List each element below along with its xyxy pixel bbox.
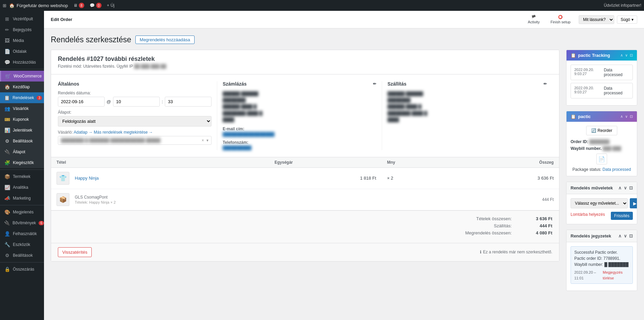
sidebar-item-marketing[interactable]: 📣 Marketing: [0, 193, 44, 204]
package-status-link[interactable]: Data processed: [602, 167, 631, 172]
shipping-section: Szállítás ✏ ██████ ██████ ████████ █████…: [387, 81, 552, 150]
order-actions-controls[interactable]: ∧ ∨ ⊡: [618, 185, 633, 190]
tracking-status-2: Data processed: [604, 86, 629, 95]
notes-down-icon[interactable]: ∨: [624, 233, 627, 238]
updates-item[interactable]: 🖥 8: [73, 3, 84, 8]
hour-input[interactable]: [113, 97, 160, 107]
billing-address: ██████ ██████ ████████ ██████ ████ █ ███…: [223, 91, 376, 123]
actions-down-icon[interactable]: ∨: [624, 185, 627, 190]
sidebar-item-allapot[interactable]: 🔌 Állapot: [0, 146, 44, 157]
general-section: Általános Rendelés dátuma: @ :: [58, 81, 217, 150]
reorder-icon: 🔄: [591, 128, 596, 133]
shipping-address: ██████ ██████ ████████ ██████ ████ █ ███…: [387, 91, 547, 123]
action-select[interactable]: Válassz egy műveletet...: [571, 198, 628, 208]
sidebar-item-beallitasok[interactable]: ⚙ Beállítások: [0, 136, 44, 146]
clear-customer-icon[interactable]: ×: [202, 138, 204, 143]
sidebar-label: Felhasználók: [13, 231, 37, 236]
sidebar-item-vasarlok[interactable]: 👥 Vásárlók: [0, 103, 44, 114]
sidebar-label: Bejegyzés: [13, 27, 31, 32]
customer-select[interactable]: ████████ █ ███████ ████████████ █████ × …: [58, 136, 212, 145]
sidebar-item-bovitmenyek[interactable]: 🔌 Bővítmények 6: [0, 218, 44, 228]
chevron-customer-icon[interactable]: ▾: [206, 138, 208, 143]
pactic-tracking-controls[interactable]: ∧ ∨ ⊡: [620, 53, 633, 58]
add-order-button[interactable]: Megrendelés hozzáadása: [135, 36, 195, 44]
trash-link[interactable]: Lomtárba helyezés: [571, 212, 605, 217]
sidebar-item-analitika[interactable]: 📈 Analitika: [0, 182, 44, 193]
delete-note-link[interactable]: Megjegyzés törlése: [603, 270, 629, 281]
order-notes-header: Rendelés jegyzetek ∧ ∨ ⊡: [567, 230, 637, 242]
sidebar-item-megjelenes[interactable]: 🎨 Megjelenés: [0, 207, 44, 218]
plugins-badge: 6: [39, 221, 44, 225]
sugo-button[interactable]: Súgó ▾: [617, 16, 637, 24]
pactic-up-icon[interactable]: ∧: [620, 114, 623, 119]
shipping-total-value: 444 Ft: [525, 223, 552, 228]
mit-lassunk-select[interactable]: Mit lássunk?: [579, 15, 614, 24]
sidebar-item-media[interactable]: 🖼 Média: [0, 35, 44, 46]
sidebar-item-bejegyzes[interactable]: ✏ Bejegyzés: [0, 24, 44, 35]
action-run-button[interactable]: ▶: [630, 198, 637, 208]
sidebar-item-jelentesek[interactable]: 📊 Jelentések: [0, 125, 44, 136]
sidebar-item-termekek[interactable]: 📦 Termékek: [0, 171, 44, 182]
sidebar-item-vezerlőpult[interactable]: ⊞ Vezérlőpult: [0, 14, 44, 24]
col-tetel: Tétel: [51, 157, 269, 168]
customer-name-display: ████████ █ ███████ ████████████ █████: [61, 138, 160, 143]
product-image: 👕: [57, 172, 69, 185]
sidebar-label: Kiegészítők: [13, 160, 34, 165]
adatlap-link[interactable]: Adatlap →: [74, 130, 93, 135]
billing-edit-icon[interactable]: ✏: [373, 82, 376, 86]
items-total-row: Tételek összesen: 3 636 Ft: [58, 216, 552, 221]
actions-up-icon[interactable]: ∧: [618, 185, 622, 190]
actions-expand-icon[interactable]: ⊡: [629, 185, 633, 190]
sidebar-item-hozzaszolas[interactable]: 💬 Hozzászólás: [0, 57, 44, 68]
site-name[interactable]: 🏠 Fürgefutár demo webshop: [9, 3, 68, 8]
order-notes-controls[interactable]: ∧ ∨ ⊡: [618, 233, 633, 238]
sidebar-item-beallitasok2[interactable]: ⚙ Beállítások: [0, 250, 44, 261]
pactic-down-icon[interactable]: ∨: [625, 114, 628, 119]
sidebar-item-kiegeszitok[interactable]: 🧩 Kiegészítők: [0, 157, 44, 168]
reorder-button[interactable]: 🔄 Reorder: [586, 126, 617, 135]
comments-item[interactable]: 💬 0: [90, 3, 102, 8]
minute-input[interactable]: [165, 97, 212, 107]
collapse-down-icon[interactable]: ∨: [625, 53, 628, 58]
sidebar-item-rendelesek[interactable]: 📋 Rendelések 3: [0, 92, 44, 103]
sidebar-item-eszkozok[interactable]: 🔧 Eszközök: [0, 239, 44, 250]
chevron-down-icon: ▾: [631, 17, 634, 22]
sidebar-item-kezdolap[interactable]: 🏠 Kezdőlap: [0, 82, 44, 92]
notes-expand-icon[interactable]: ⊡: [629, 233, 633, 238]
shipping-edit-icon[interactable]: ✏: [543, 82, 547, 86]
notes-up-icon[interactable]: ∧: [618, 233, 622, 238]
sidebar-item-oldalak[interactable]: 📄 Oldalak: [0, 46, 44, 57]
date-input[interactable]: [58, 97, 105, 107]
sidebar-item-osszezaras[interactable]: 🔒 Összezárás: [0, 264, 44, 275]
customer-group: Vásárló: Adatlap → Más rendelések megtek…: [58, 130, 212, 145]
shipping-unit: [269, 189, 381, 210]
sidebar-item-woocommerce[interactable]: 🛒 WooCommerce: [0, 71, 44, 82]
mas-rendelesek-link[interactable]: Más rendelések megtekintése →: [94, 130, 153, 135]
posts-icon: ✏: [4, 27, 10, 32]
order-id-value: ███████: [589, 139, 609, 144]
expand-icon[interactable]: ⊡: [630, 53, 633, 58]
new-content-item[interactable]: + Új: [107, 3, 114, 8]
pactic-expand-icon[interactable]: ⊡: [630, 114, 633, 119]
note-meta: 2022.09.20 – 11:01 Megjegyzés törlése: [574, 270, 629, 281]
orders-icon: 📋: [4, 95, 10, 100]
document-icon[interactable]: 📄: [596, 154, 607, 164]
pactic-controls[interactable]: ∧ ∨ ⊡: [620, 114, 633, 119]
package-status-row: Package status: Data processed: [571, 167, 633, 172]
refresh-button[interactable]: Frissítés: [611, 212, 633, 220]
status-select[interactable]: Feldolgozás alatt: [58, 116, 212, 127]
finish-setup-button[interactable]: ⭕ Finish setup: [548, 14, 573, 25]
product-link[interactable]: Happy Ninja: [75, 176, 99, 181]
collapse-icon: 🔒: [4, 267, 10, 272]
refund-button[interactable]: Visszatérítés: [58, 247, 92, 257]
pactic-header: 📋 pactic ∧ ∨ ⊡: [567, 111, 637, 122]
page-wrapper: Rendelés szerkesztése Megrendelés hozzáa…: [44, 28, 644, 303]
sidebar-item-felhasznalok[interactable]: 👤 Felhasználók: [0, 228, 44, 239]
activity-button[interactable]: 🏴 Activity: [525, 14, 542, 25]
home-menu-icon: 🏠: [4, 84, 10, 90]
collapse-up-icon[interactable]: ∧: [620, 53, 623, 58]
sidebar-item-kuponok[interactable]: 🎫 Kuponok: [0, 114, 44, 125]
action-row: Válassz egy műveletet... ▶: [571, 198, 633, 208]
edit-order-label: Edit Order: [51, 17, 72, 22]
sidebar-label: Beállítások: [13, 139, 33, 143]
